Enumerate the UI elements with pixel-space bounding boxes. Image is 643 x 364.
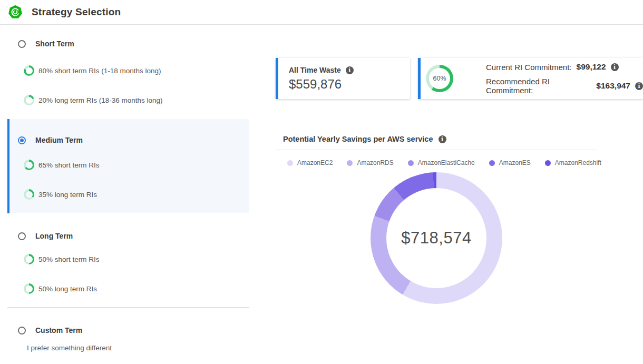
app-logo-icon [8, 5, 22, 19]
chart-legend: AmazonEC2 AmazonRDS AmazonElastiCache Am… [287, 159, 601, 166]
legend-dot-icon [347, 160, 353, 166]
custom-term-description: I prefer something different [7, 344, 249, 352]
allocation-row: 65% short term RIs [9, 160, 249, 170]
strategy-section-long-term: Long Term 50% short term RIs 50% long te… [7, 231, 249, 294]
progress-ring-icon [24, 283, 34, 294]
chart-title-row: Potential Yearly Savings per AWS service… [283, 135, 446, 143]
allocation-row: 35% long term RIs [9, 189, 249, 200]
progress-ring-icon [24, 95, 34, 105]
strategy-selection-page: Strategy Selection Short Term 80% short … [0, 0, 643, 364]
recommended-ri-commitment-row: Recommended RI Commitment: $163,947 i [486, 77, 643, 95]
commitment-ring: 60% [426, 65, 453, 92]
strategy-label: Short Term [35, 40, 74, 48]
page-title: Strategy Selection [32, 6, 121, 18]
total-savings-value: $718,574 [401, 229, 471, 248]
progress-ring-icon [24, 254, 34, 264]
strategy-label: Long Term [35, 232, 73, 240]
legend-dot-icon [545, 160, 551, 166]
radio-medium-term[interactable] [18, 136, 26, 144]
progress-ring-icon [24, 189, 34, 200]
donut-center: $718,574 [386, 188, 486, 288]
strategy-option-long-term[interactable]: Long Term [7, 231, 249, 241]
divider [7, 307, 249, 308]
legend-dot-icon [287, 160, 293, 166]
progress-ring-icon [24, 160, 34, 170]
info-icon[interactable]: i [635, 82, 643, 90]
legend-item-amazonelasticache[interactable]: AmazonElastiCache [408, 159, 475, 166]
chart-title: Potential Yearly Savings per AWS service [283, 135, 433, 143]
all-time-waste-value: $559,876 [289, 77, 410, 92]
current-ri-commitment-value: $99,122 [577, 62, 606, 72]
radio-custom-term[interactable] [18, 327, 26, 335]
allocation-row: 50% short term RIs [7, 254, 249, 264]
strategy-section-medium-term: Medium Term 65% short term RIs 35% long … [7, 119, 249, 213]
progress-ring-icon [24, 65, 34, 76]
strategy-option-medium-term[interactable]: Medium Term [9, 135, 249, 145]
commitment-ring-label: 60% [433, 75, 446, 82]
divider [276, 150, 597, 150]
radio-long-term[interactable] [18, 232, 26, 240]
strategy-section-custom-term: Custom Term I prefer something different [7, 325, 249, 352]
legend-item-amazonredshift[interactable]: AmazonRedshift [545, 159, 601, 166]
card-title: All Time Waste [289, 66, 341, 74]
strategy-list: Short Term 80% short term RIs (1-18 mont… [7, 25, 249, 352]
ri-commitment-card: 60% Current RI Commitment: $99,122 i Rec… [418, 58, 643, 99]
recommended-ri-commitment-value: $163,947 [596, 81, 630, 91]
all-time-waste-card: All Time Waste i $559,876 [276, 58, 410, 99]
info-icon[interactable]: i [611, 63, 619, 71]
strategy-label: Medium Term [35, 136, 83, 144]
legend-dot-icon [408, 160, 414, 166]
strategy-option-short-term[interactable]: Short Term [7, 38, 249, 49]
current-ri-commitment-row: Current RI Commitment: $99,122 i [486, 62, 643, 72]
info-icon[interactable]: i [439, 135, 446, 143]
legend-item-amazonec2[interactable]: AmazonEC2 [287, 159, 333, 166]
legend-item-amazones[interactable]: AmazonES [489, 159, 531, 166]
legend-item-amazonrds[interactable]: AmazonRDS [347, 159, 393, 166]
legend-dot-icon [489, 160, 495, 166]
strategy-label: Custom Term [35, 326, 82, 335]
info-icon[interactable]: i [346, 66, 354, 74]
radio-short-term[interactable] [18, 40, 26, 48]
savings-donut-chart[interactable]: $718,574 [371, 172, 502, 304]
strategy-section-short-term: Short Term 80% short term RIs (1-18 mont… [7, 38, 249, 105]
allocation-row: 50% long term RIs [7, 283, 249, 294]
strategy-option-custom-term[interactable]: Custom Term [7, 325, 249, 336]
allocation-row: 20% long term RIs (18-36 months long) [7, 95, 249, 105]
app-header: Strategy Selection [0, 0, 643, 25]
allocation-row: 80% short term RIs (1-18 months long) [7, 65, 249, 76]
